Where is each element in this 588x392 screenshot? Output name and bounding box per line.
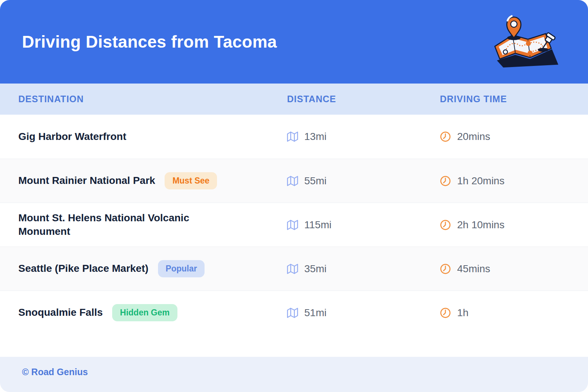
distance-cell: 51mi [287, 307, 440, 319]
driving-time-cell: 45mins [440, 263, 570, 275]
column-header-distance: DISTANCE [287, 94, 440, 104]
distance-cell: 35mi [287, 263, 440, 275]
driving-distances-card: Driving Distances from Tacoma [0, 0, 588, 392]
driving-time-value: 1h 20mins [457, 175, 504, 187]
driving-time-value: 20mins [457, 131, 490, 143]
destination-cell: Snoqualmie Falls Hidden Gem [18, 304, 287, 321]
distance-value: 35mi [304, 263, 327, 275]
clock-icon [440, 219, 451, 230]
destination-cell: Mount St. Helens National Volcanic Monum… [18, 211, 287, 238]
table-row-seattle: Seattle (Pike Place Market) Popular 35mi… [0, 247, 588, 291]
table-row-snoqualmie: Snoqualmie Falls Hidden Gem 51mi 1h [0, 291, 588, 334]
table-row-mount-rainier: Mount Rainier National Park Must See 55m… [0, 159, 588, 203]
page-title: Driving Distances from Tacoma [22, 32, 277, 52]
distance-value: 55mi [304, 175, 327, 187]
distance-value: 51mi [304, 307, 327, 319]
map-icon [287, 219, 298, 230]
driving-time-value: 2h 10mins [457, 219, 504, 231]
popular-badge: Popular [158, 260, 205, 277]
card-header: Driving Distances from Tacoma [0, 0, 588, 84]
destination-name: Gig Harbor Waterfront [18, 130, 126, 144]
clock-icon [440, 131, 451, 142]
destination-name: Mount St. Helens National Volcanic Monum… [18, 211, 238, 238]
clock-icon [440, 175, 451, 186]
map-icon [287, 175, 298, 186]
map-icon [287, 131, 298, 142]
hidden-gem-badge: Hidden Gem [112, 304, 177, 321]
driving-time-cell: 20mins [440, 131, 570, 143]
table-header-row: DESTINATION DISTANCE DRIVING TIME [0, 84, 588, 115]
distance-cell: 115mi [287, 219, 440, 231]
column-header-destination: DESTINATION [18, 94, 287, 104]
copyright-text: © Road Genius [22, 367, 88, 377]
destination-name: Seattle (Pike Place Market) [18, 262, 148, 275]
driving-time-cell: 1h 20mins [440, 175, 570, 187]
table-row-gig-harbor: Gig Harbor Waterfront 13mi 20mins [0, 115, 588, 159]
distance-cell: 13mi [287, 131, 440, 143]
map-illustration-icon [490, 13, 561, 69]
must-see-badge: Must See [165, 172, 217, 189]
destination-name: Mount Rainier National Park [18, 174, 155, 188]
column-header-driving-time: DRIVING TIME [440, 94, 570, 104]
distance-cell: 55mi [287, 175, 440, 187]
card-footer: © Road Genius [0, 357, 588, 392]
map-icon [287, 307, 298, 318]
driving-time-cell: 1h [440, 307, 570, 319]
driving-time-cell: 2h 10mins [440, 219, 570, 231]
distance-value: 115mi [304, 219, 331, 231]
table-row-mount-st-helens: Mount St. Helens National Volcanic Monum… [0, 203, 588, 247]
table-body: Gig Harbor Waterfront 13mi 20mins Mount … [0, 115, 588, 357]
destination-cell: Mount Rainier National Park Must See [18, 172, 287, 189]
driving-time-value: 1h [457, 307, 468, 319]
distance-value: 13mi [304, 131, 327, 143]
map-icon [287, 263, 298, 274]
destination-cell: Gig Harbor Waterfront [18, 130, 287, 144]
driving-time-value: 45mins [457, 263, 490, 275]
clock-icon [440, 307, 451, 318]
clock-icon [440, 263, 451, 274]
destination-name: Snoqualmie Falls [18, 306, 103, 319]
destination-cell: Seattle (Pike Place Market) Popular [18, 260, 287, 277]
